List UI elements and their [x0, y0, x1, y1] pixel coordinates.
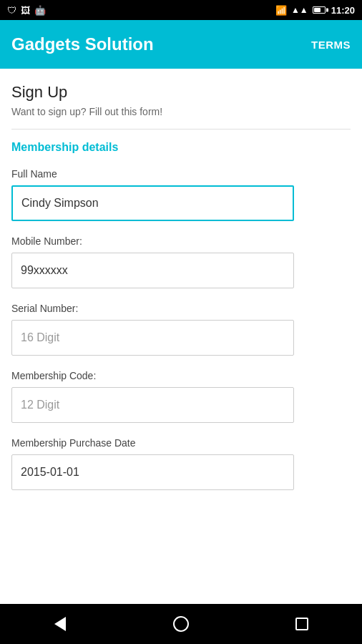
membership-date-input[interactable] [11, 454, 294, 490]
signup-subtitle: Want to sign up? Fill out this form! [11, 106, 351, 117]
bottom-navigation [0, 604, 362, 644]
section-title: Membership details [11, 141, 351, 154]
membership-code-group: Membership Code: [11, 370, 351, 423]
shield-icon: 🛡 [7, 5, 16, 16]
terms-button[interactable]: TERMS [311, 39, 351, 51]
full-name-group: Full Name [11, 168, 351, 221]
membership-date-group: Membership Purchase Date [11, 437, 351, 490]
serial-number-group: Serial Number: [11, 303, 351, 356]
image-icon: 🖼 [21, 5, 30, 16]
serial-number-input[interactable] [11, 320, 294, 356]
app-header: Gadgets Solution TERMS [0, 20, 362, 69]
membership-date-label: Membership Purchase Date [11, 437, 351, 449]
signal-icon: ▲▲ [291, 5, 308, 15]
battery-icon [313, 6, 326, 14]
full-name-label: Full Name [11, 168, 351, 180]
status-bar: 🛡 🖼 🤖 📶 ▲▲ 11:20 [0, 0, 362, 20]
main-content: Sign Up Want to sign up? Fill out this f… [0, 69, 362, 604]
serial-number-label: Serial Number: [11, 303, 351, 314]
recents-button[interactable] [288, 610, 316, 638]
status-bar-right-icons: 📶 ▲▲ 11:20 [275, 5, 355, 16]
mobile-number-input[interactable] [11, 253, 294, 288]
time-display: 11:20 [331, 5, 355, 16]
membership-code-label: Membership Code: [11, 370, 351, 381]
full-name-input[interactable] [11, 185, 294, 221]
signup-title: Sign Up [11, 83, 351, 102]
android-icon: 🤖 [34, 5, 46, 16]
back-button[interactable] [46, 610, 74, 638]
app-title: Gadgets Solution [11, 34, 154, 54]
home-button[interactable] [167, 610, 195, 638]
membership-code-input[interactable] [11, 387, 294, 423]
mobile-number-label: Mobile Number: [11, 235, 351, 247]
divider [11, 129, 351, 130]
bluetooth-icon: 📶 [275, 5, 287, 16]
status-bar-left-icons: 🛡 🖼 🤖 [7, 5, 46, 16]
mobile-number-group: Mobile Number: [11, 235, 351, 288]
